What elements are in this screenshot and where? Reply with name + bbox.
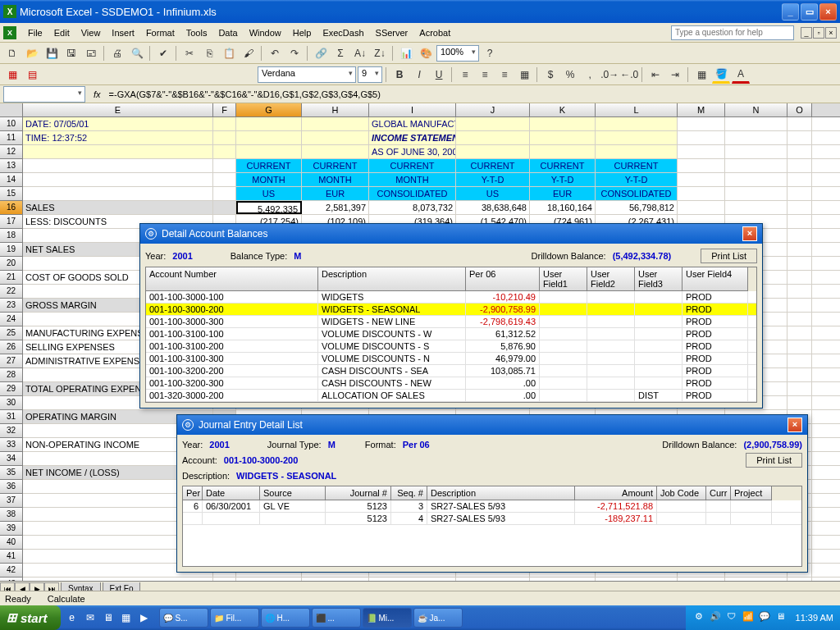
menu-edit[interactable]: Edit [49,26,75,39]
d2-print-button[interactable]: Print List [746,453,802,468]
menu-view[interactable]: View [76,26,106,39]
spelling-button[interactable]: ✔ [154,44,172,62]
taskbar-app-button[interactable]: 🌐H... [261,608,310,628]
font-name-select[interactable]: Verdana [258,66,356,83]
format-painter-button[interactable]: 🖌 [240,44,258,62]
row-header-16[interactable]: 16 [0,201,22,215]
row-header-29[interactable]: 29 [0,382,22,396]
tray-icon[interactable]: 🖥 [774,611,788,624]
ql-desktop-icon[interactable]: 🖥 [100,609,116,627]
open-button[interactable]: 📂 [23,44,41,62]
menu-sserver[interactable]: SServer [371,26,413,39]
col-header-O[interactable]: O [788,103,812,116]
percent-button[interactable]: % [561,66,579,84]
merge-button[interactable]: ▦ [515,66,533,84]
row-header-41[interactable]: 41 [0,550,22,564]
taskbar-app-button[interactable]: 📗Mi... [363,608,412,628]
font-size-select[interactable]: 9 [358,66,382,83]
col-header-H[interactable]: H [302,103,369,116]
copy-button[interactable]: ⎘ [200,44,218,62]
d1-col-header[interactable]: User Field1 [540,267,587,291]
help-button[interactable]: ? [481,44,499,62]
zoom-select[interactable]: 100% [436,45,479,62]
doc-close-button[interactable]: × [825,27,837,39]
undo-button[interactable]: ↶ [266,44,284,62]
row-header-22[interactable]: 22 [0,285,22,299]
account-row[interactable]: 001-100-3200-300CASH DISCOUNTS - NEW.00P… [146,377,756,390]
minimize-button[interactable]: _ [782,3,799,21]
italic-button[interactable]: I [410,66,428,84]
col-header-J[interactable]: J [456,103,530,116]
help-search-input[interactable] [671,25,794,40]
row-header-26[interactable]: 26 [0,340,22,354]
row-header-35[interactable]: 35 [0,466,22,480]
d2-col-header[interactable]: Curr [706,486,731,500]
tray-icon[interactable]: 🔊 [709,611,722,624]
account-row[interactable]: 001-100-3200-200CASH DISCOUNTS - SEA103,… [146,365,756,377]
d2-col-header[interactable]: Seq. # [391,486,427,500]
autosum-button[interactable]: Σ [331,44,349,62]
chart-button[interactable]: 📊 [397,44,415,62]
paste-button[interactable]: 📋 [220,44,238,62]
row-header-17[interactable]: 17 [0,215,22,229]
col-header-G[interactable]: G [236,103,302,116]
align-right-button[interactable]: ≡ [495,66,514,84]
menu-acrobat[interactable]: Acrobat [414,26,455,39]
col-header-L[interactable]: L [596,103,678,116]
d1-col-header[interactable]: User Field3 [635,267,682,291]
name-box[interactable] [3,86,85,103]
close-button[interactable]: × [819,3,837,21]
row-header-10[interactable]: 10 [0,117,22,131]
d2-col-header[interactable]: Amount [575,486,657,500]
account-row[interactable]: 001-100-3100-300VOLUME DISCOUNTS - N46,9… [146,353,756,365]
account-row[interactable]: 001-100-3000-200WIDGETS - SEASONAL-2,900… [146,304,756,316]
d2-col-header[interactable]: Project [731,486,772,500]
comma-button[interactable]: , [581,66,599,84]
new-button[interactable]: 🗋 [3,44,21,62]
dialog2-close-button[interactable]: × [788,418,802,432]
maximize-button[interactable]: ▭ [801,3,818,21]
menu-help[interactable]: Help [288,26,317,39]
taskbar-clock[interactable]: 11:39 AM [796,613,833,623]
currency-button[interactable]: $ [541,66,559,84]
row-header-21[interactable]: 21 [0,271,22,285]
menu-file[interactable]: File [23,26,48,39]
save-button[interactable]: 💾 [43,44,61,62]
tray-icon[interactable]: ⚙ [692,611,705,624]
account-row[interactable]: 001-100-3100-100VOLUME DISCOUNTS - W61,3… [146,328,756,340]
tray-icon[interactable]: 📶 [742,611,755,624]
sort-desc-button[interactable]: Z↓ [371,44,389,62]
row-header-34[interactable]: 34 [0,452,22,466]
print-button[interactable]: 🖨 [108,44,126,62]
menu-format[interactable]: Format [141,26,180,39]
row-header-27[interactable]: 27 [0,354,22,368]
tray-icon[interactable]: 💬 [758,611,771,624]
d2-col-header[interactable]: Source [260,486,326,500]
taskbar-app-button[interactable]: 📁Fil... [210,608,259,628]
align-center-button[interactable]: ≡ [476,66,494,84]
d2-col-header[interactable]: Date [203,486,260,500]
col-header-M[interactable]: M [678,103,725,116]
start-button[interactable]: ⊞ start [0,605,61,630]
col-header-F[interactable]: F [213,103,236,116]
print-preview-button[interactable]: 🔍 [128,44,146,62]
row-header-15[interactable]: 15 [0,187,22,201]
increase-decimal-button[interactable]: .0→ [600,66,619,84]
drawing-button[interactable]: 🎨 [417,44,435,62]
taskbar-app-button[interactable]: ☕Ja... [413,608,463,628]
tray-icon[interactable]: 🛡 [725,611,738,624]
d1-col-header[interactable]: Per 06 [466,267,540,291]
menu-execdash[interactable]: ExecDash [317,26,368,39]
account-row[interactable]: 001-100-3000-100WIDGETS-10,210.49PROD [146,291,756,304]
row-header-30[interactable]: 30 [0,396,22,410]
redo-button[interactable]: ↷ [285,44,304,62]
font-color-button[interactable]: A [732,66,750,84]
row-header-18[interactable]: 18 [0,229,22,243]
dialog2-titlebar[interactable]: ⚙ Journal Entry Detail List × [177,415,807,435]
row-header-24[interactable]: 24 [0,313,22,326]
fill-color-button[interactable]: 🪣 [712,66,730,84]
ql-ie-icon[interactable]: e [64,609,80,627]
permission-button[interactable]: 🖃 [82,44,100,62]
account-row[interactable]: 001-320-3000-200ALLOCATION OF SALES.00DI… [146,390,756,402]
row-header-40[interactable]: 40 [0,536,22,550]
